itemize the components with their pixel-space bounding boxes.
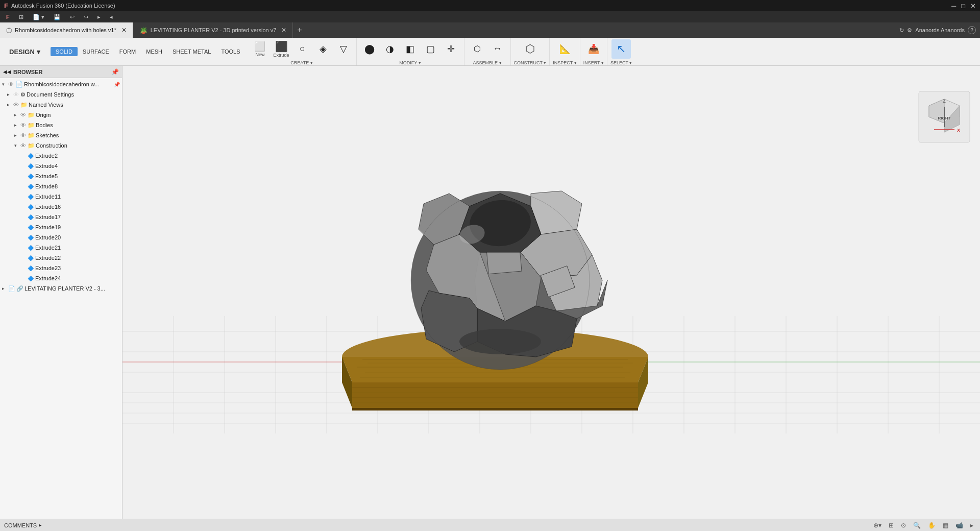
tree-extrude2[interactable]: ▸ 🔷 Extrude2: [0, 151, 122, 161]
extrude-button[interactable]: ⬛ Extrude: [271, 39, 291, 59]
tab-mesh[interactable]: MESH: [141, 47, 167, 56]
tree-root-item[interactable]: ▾ 👁 📄 Rhombicosidodecahedron w... 📌: [0, 79, 122, 89]
orbit-tool[interactable]: ⊙: [898, 521, 909, 529]
tree-bodies[interactable]: ▸ 👁 📁 Bodies: [0, 120, 122, 130]
tree-extrude11[interactable]: ▸ 🔷 Extrude11: [0, 191, 122, 202]
sweep-button[interactable]: ◈: [313, 39, 333, 59]
viewport[interactable]: RIGHT Z X: [122, 66, 980, 519]
design-mode-button[interactable]: DESIGN ▾: [4, 46, 45, 58]
doc-settings-icon: ⚙: [20, 91, 26, 98]
render-mode[interactable]: ▸: [968, 521, 976, 529]
tree-extrude23[interactable]: ▸ 🔷 Extrude23: [0, 263, 122, 273]
joint-button[interactable]: ⬡: [468, 39, 487, 59]
tree-extrude17[interactable]: ▸ 🔷 Extrude17: [0, 212, 122, 222]
app-icon-menu[interactable]: F: [2, 13, 14, 21]
tab-solid[interactable]: SOLID: [51, 47, 78, 56]
tab-sheet-metal[interactable]: SHEET METAL: [167, 47, 216, 56]
tree-extrude24[interactable]: ▸ 🔷 Extrude24: [0, 273, 122, 283]
select-button[interactable]: ↖: [611, 39, 631, 59]
tree-extrude19[interactable]: ▸ 🔷 Extrude19: [0, 222, 122, 232]
inspect-section: 📐 INSPECT ▾: [550, 38, 580, 65]
move-button[interactable]: ✛: [442, 39, 461, 59]
chamfer-button[interactable]: ◧: [401, 39, 420, 59]
bodies-eye[interactable]: 👁: [20, 122, 28, 128]
sketches-eye[interactable]: 👁: [20, 132, 28, 138]
pan-tool[interactable]: ✋: [925, 521, 938, 529]
fillet-icon: ◑: [386, 43, 394, 55]
tab-tools[interactable]: TOOLS: [216, 47, 245, 56]
tree-secondary-component[interactable]: ▸ 📄 🔗 LEVITATING PLANTER V2 - 3...: [0, 283, 122, 294]
tab-form[interactable]: FORM: [114, 47, 141, 56]
back-button[interactable]: ◂: [106, 13, 117, 21]
root-eye[interactable]: 👁: [8, 81, 15, 87]
grid-menu-icon[interactable]: ⊞: [15, 13, 28, 21]
tree-extrude4[interactable]: ▸ 🔷 Extrude4: [0, 161, 122, 171]
motion-button[interactable]: ↔: [488, 39, 507, 59]
tree-extrude16[interactable]: ▸ 🔷 Extrude16: [0, 202, 122, 212]
secondary-tab-close[interactable]: ✕: [281, 27, 286, 34]
save-button[interactable]: 💾: [50, 13, 65, 21]
secondary-tab[interactable]: 🪴 LEVITATING PLANTER V2 - 3D printed ver…: [133, 22, 293, 38]
shell-button[interactable]: ▢: [421, 39, 440, 59]
named-views-arrow: ▸: [7, 102, 13, 107]
secondary-label: LEVITATING PLANTER V2 - 3...: [24, 285, 120, 292]
display-mode[interactable]: ▦: [940, 521, 951, 529]
tree-sketches[interactable]: ▸ 👁 📁 Sketches: [0, 130, 122, 140]
plane-button[interactable]: ⬡: [520, 39, 540, 59]
refresh-icon[interactable]: ↻: [899, 27, 904, 34]
app-logo-icon: F: [4, 2, 8, 10]
origin-eye[interactable]: 👁: [20, 112, 28, 118]
view-mode[interactable]: 📹: [953, 521, 966, 529]
forward-button[interactable]: ▸: [93, 13, 105, 21]
file-menu[interactable]: 📄 ▾: [29, 13, 48, 21]
insert-buttons-row: 📥: [584, 38, 603, 60]
comments-expand-icon[interactable]: ▸: [39, 522, 42, 528]
tree-extrude22[interactable]: ▸ 🔷 Extrude22: [0, 253, 122, 263]
bodies-icon: 📁: [28, 122, 35, 129]
sketches-label: Sketches: [36, 132, 120, 138]
maximize-button[interactable]: □: [961, 2, 965, 10]
help-icon[interactable]: ?: [968, 26, 976, 34]
doc-settings-eye[interactable]: 👁: [13, 91, 20, 98]
design-dropdown-icon: ▾: [37, 48, 40, 56]
measure-button[interactable]: 📐: [555, 39, 575, 59]
add-tab-button[interactable]: +: [293, 22, 306, 38]
redo-button[interactable]: ↪: [80, 13, 92, 21]
insert-button[interactable]: 📥: [584, 39, 603, 59]
browser-collapse-icon[interactable]: ◀◀: [3, 69, 11, 75]
browser-pin-icon[interactable]: 📌: [111, 68, 119, 76]
active-tab-close[interactable]: ✕: [121, 27, 127, 34]
tree-named-views[interactable]: ▸ 👁 📁 Named Views: [0, 100, 122, 110]
tree-extrude5[interactable]: ▸ 🔷 Extrude5: [0, 171, 122, 181]
zoom-tool[interactable]: 🔍: [911, 521, 923, 529]
construction-eye[interactable]: 👁: [20, 142, 28, 149]
new-component-button[interactable]: ⬜ New: [250, 39, 270, 59]
extrude4-icon: 🔷: [28, 163, 34, 169]
title-bar-left: F Autodesk Fusion 360 (Education License…: [4, 2, 115, 10]
snap-tool[interactable]: ⊕▾: [871, 521, 884, 529]
tree-origin[interactable]: ▸ 👁 📁 Origin: [0, 110, 122, 120]
tree-extrude20[interactable]: ▸ 🔷 Extrude20: [0, 232, 122, 243]
tree-construction[interactable]: ▾ 👁 📁 Construction: [0, 140, 122, 151]
named-views-eye[interactable]: 👁: [13, 102, 20, 108]
bodies-label: Bodies: [36, 122, 120, 128]
active-tab[interactable]: ⬡ Rhombicosidodecahedron with holes v1* …: [0, 22, 133, 38]
grid-tool[interactable]: ⊞: [886, 521, 896, 529]
fillet-button[interactable]: ◑: [380, 39, 400, 59]
settings-icon[interactable]: ⚙: [907, 27, 912, 34]
undo-button[interactable]: ↩: [66, 13, 79, 21]
root-pin[interactable]: 📌: [114, 82, 120, 87]
loft-button[interactable]: ▽: [334, 39, 353, 59]
tree-doc-settings[interactable]: ▸ 👁 ⚙ Document Settings: [0, 89, 122, 100]
press-pull-button[interactable]: ⬤: [360, 39, 379, 59]
browser-title: BROWSER: [13, 69, 42, 75]
revolve-button[interactable]: ○: [293, 39, 312, 59]
comments-label: COMMENTS: [4, 522, 37, 528]
tab-surface[interactable]: SURFACE: [78, 47, 114, 56]
tree-extrude21[interactable]: ▸ 🔷 Extrude21: [0, 243, 122, 253]
loft-icon: ▽: [340, 43, 347, 55]
orientation-gizmo[interactable]: RIGHT Z X: [919, 91, 970, 142]
minimize-button[interactable]: ─: [951, 2, 956, 10]
tree-extrude8[interactable]: ▸ 🔷 Extrude8: [0, 181, 122, 191]
close-button[interactable]: ✕: [970, 2, 976, 10]
